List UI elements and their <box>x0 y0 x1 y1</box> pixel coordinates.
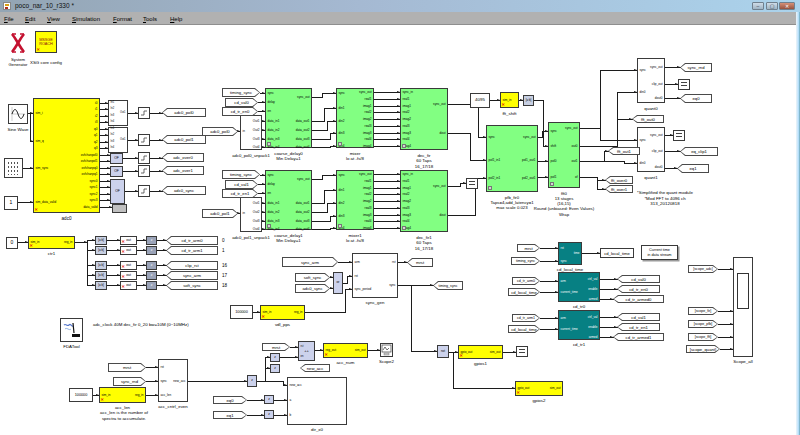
menu-edit[interactable]: Edit <box>25 16 35 22</box>
block-pfb-fir0[interactable]: syncpol1_in1pol2_in1sync_outpol1_out1pol… <box>486 125 538 192</box>
block-ctr1[interactable]: sim_inreg_in✕ <box>28 236 75 249</box>
block-sim-sync-pattern[interactable] <box>4 158 23 178</box>
goto-new-acc[interactable]: new_acc <box>300 364 330 372</box>
menu-tools[interactable]: Tools <box>143 16 157 22</box>
from-cd-tr-arm1[interactable]: cd_tr_arm1 <box>512 314 540 322</box>
goto-adc0-pol1[interactable]: adc0_pol1 <box>162 135 206 144</box>
block-terminator-quant1-sync[interactable] <box>673 130 685 141</box>
block-mixer1[interactable]: syncdin1din2din3din4sync_outreal1imag1re… <box>336 170 374 230</box>
from-adc0-pol1[interactable]: adc0_pol1 <box>202 209 238 218</box>
block-terminator-quant0-clip[interactable] <box>678 79 690 90</box>
from-timing-sync-cd[interactable]: timing_sync <box>511 257 540 265</box>
from-scope-fir[interactable]: [scope_fir] <box>688 307 718 315</box>
block-reg-out-3[interactable]: out✕ <box>120 271 137 280</box>
block-adc0[interactable]: sim_isim_qsim_syncsim_data_validi0i1i2i3… <box>33 98 100 213</box>
block-posedge[interactable]: ++rsten <box>298 341 315 361</box>
block-slice-0[interactable]: [a:b] <box>95 236 107 245</box>
goto-eq1[interactable]: eq1 <box>677 164 709 173</box>
block-const-0[interactable]: 0 <box>6 237 18 249</box>
from-cd-local-time0[interactable]: cd_local_time <box>508 288 540 296</box>
block-or-sync-gen[interactable]: or <box>333 272 343 294</box>
block-coarse-delay1[interactable]: syncdelayendata_in1data_in2data_in3data_… <box>265 170 312 230</box>
menu-simulation[interactable]: Simulation <box>72 16 100 22</box>
from-scope-pfb[interactable]: [scope_pfb] <box>688 320 718 328</box>
block-slice-3[interactable]: [a:b] <box>95 271 107 280</box>
block-slice-4[interactable]: [a:b] <box>95 281 107 290</box>
from-scope-fft[interactable]: [scope_fft] <box>688 333 718 341</box>
block-gpios2[interactable]: gpio_outsim_out✕ <box>515 381 563 396</box>
block-acc-len[interactable]: sim_inreg_in✕ <box>99 387 146 403</box>
block-fft0[interactable]: syncshiftpol0pol1sync_outout0out1of <box>548 122 580 188</box>
block-concat-pol1[interactable]: In1In2In3In4Out1 <box>108 127 128 153</box>
block-delay-4[interactable]: z <box>146 281 157 290</box>
block-const-1[interactable]: 1 <box>4 196 18 210</box>
block-dec-fir[interactable]: sync_inreal1imag1real2imag2real3imag3rea… <box>400 88 448 150</box>
block-or-sync[interactable]: OF <box>110 179 125 204</box>
from-timing-sync-a[interactable]: timing_sync <box>222 88 260 97</box>
block-fft-shift[interactable]: sim_in✕ <box>500 92 519 108</box>
block-delay-2[interactable]: z <box>146 261 157 270</box>
goto-cd-val0[interactable]: cd_val0 <box>617 275 660 283</box>
from-scope-adc[interactable]: [scope_adc] <box>688 265 718 273</box>
goto-cd-tr-armed1[interactable]: cd_tr_armed1 <box>613 333 664 341</box>
from-timing-sync-b[interactable]: timing_sync <box>222 170 260 179</box>
goto-cd-tr-armed0[interactable]: cd_tr_armed0 <box>613 295 664 303</box>
block-fdatool[interactable] <box>60 318 83 342</box>
block-quant0[interactable]: syncdin0sync_outclip_outdout0 <box>637 58 665 103</box>
block-slice-1[interactable]: [a:b] <box>95 246 107 255</box>
block-adc0-pol1-unpack1[interactable]: inOut1Out2Out3Out4 <box>240 197 262 232</box>
block-const-100000-pps[interactable]: 100000 <box>230 305 253 319</box>
block-reg-out-1[interactable]: out✕ <box>120 246 137 255</box>
block-delay-eq0[interactable]: z <box>264 395 274 404</box>
goto-adc-over1[interactable]: adc_over1 <box>162 166 204 175</box>
block-mixer[interactable]: syncdin1din2din3din4sync_outreal1imag1re… <box>336 88 374 148</box>
block-xsg-core-config[interactable]: MSSGE ROACH✕ <box>35 31 57 53</box>
from-sync-rnd[interactable]: sync_rnd <box>113 377 146 386</box>
block-convert-sync[interactable] <box>138 185 150 197</box>
from-adc0-sync[interactable]: adc0_sync <box>295 284 330 293</box>
block-sync-gen[interactable]: armrstsync_periodrstsync <box>352 253 398 298</box>
block-delay-newacc-tag[interactable]: z <box>270 364 280 373</box>
block-const-100000-acc[interactable]: 100000 <box>69 388 93 402</box>
block-delay-3[interactable]: z <box>146 271 157 280</box>
block-delay-newacc[interactable]: z <box>247 375 257 387</box>
from-mrst-acc[interactable]: mrst <box>108 363 146 372</box>
block-delay-1[interactable]: z <box>146 246 157 255</box>
goto-adc0-sync[interactable]: adc0_sync <box>162 186 206 195</box>
goto-cd-tr-arm1[interactable]: cd_tr_arm1 <box>166 246 218 255</box>
block-convert-pol1[interactable] <box>138 134 150 146</box>
block-convert-pol0[interactable] <box>138 107 150 119</box>
block-gpios1[interactable]: gpio_outsim_out✕ <box>458 345 503 359</box>
from-mrst-posedge[interactable]: mrst <box>262 343 290 351</box>
goto-mrst[interactable]: mrst <box>407 258 433 267</box>
block-sine-wave[interactable] <box>8 104 28 124</box>
from-cd-tr-arm0[interactable]: cd_tr_arm0 <box>512 277 540 285</box>
menu-view[interactable]: View <box>47 16 60 22</box>
block-delay-mrst[interactable]: z <box>270 353 280 362</box>
from-eq1[interactable]: eq1 <box>213 411 247 419</box>
goto-eq0[interactable]: eq0 <box>680 94 712 103</box>
model-canvas[interactable]: System GeneratorMSSGE ROACH✕XSG core con… <box>0 25 792 435</box>
menu-help[interactable]: Help <box>170 16 182 22</box>
goto-fft-over0[interactable]: fft_over0 <box>605 176 633 184</box>
title-bar[interactable]: poco_nar_10_r330 * –▢✕ <box>0 0 800 12</box>
goto-soft-sync[interactable]: soft_sync <box>166 281 218 290</box>
block-reg-out-4[interactable]: out✕ <box>120 281 137 290</box>
block-system-generator[interactable] <box>8 32 28 54</box>
block-acc-num[interactable]: reg_outsim_out✕ <box>323 343 368 358</box>
block-or-over1[interactable]: OF <box>110 166 123 177</box>
goto-cd-tr-en0[interactable]: cd_tr_en0 <box>617 285 660 293</box>
block-cd-tr0[interactable]: armcurrent_timectrl_valenablearmed <box>558 272 600 302</box>
minimize-button[interactable]: – <box>752 2 764 10</box>
block-terminator-gpios1[interactable] <box>516 346 528 357</box>
from-sync-arm[interactable]: sync_arm <box>282 257 338 267</box>
goto-adc0-pol0[interactable]: adc0_pol0 <box>162 108 206 117</box>
block-delay-0[interactable]: z <box>146 236 157 245</box>
close-button[interactable]: ✕ <box>779 2 795 10</box>
block-convert-over1[interactable] <box>138 165 150 177</box>
block-note-current-time[interactable]: Current time in data stream <box>641 245 678 260</box>
block-acc-cntrl-even[interactable]: rstsyncacc_lennew_acc <box>158 359 188 402</box>
block-convert-over0[interactable] <box>138 152 150 164</box>
goto-adc-over0[interactable]: adc_over0 <box>162 153 204 162</box>
block-reg-out-0[interactable]: out✕ <box>120 236 137 245</box>
